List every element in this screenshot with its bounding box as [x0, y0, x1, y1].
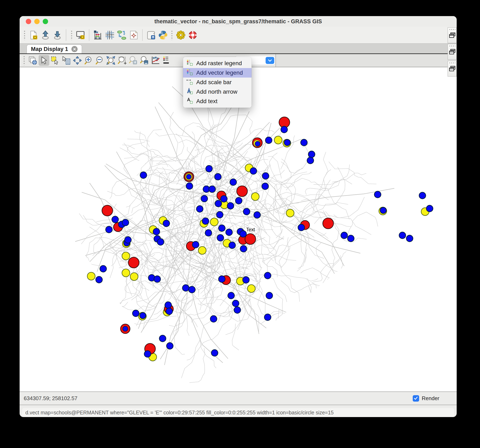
add-overlay-context-menu: Add raster legendAdd vector legendAdd sc… — [183, 57, 252, 108]
school-points — [87, 117, 433, 361]
save-workspace-icon[interactable] — [51, 29, 63, 42]
cascade-windows-icon — [448, 32, 456, 40]
select-features-icon[interactable] — [50, 55, 60, 66]
tab-map-display-1[interactable]: Map Display 1 ✕ — [27, 45, 82, 53]
raster-legend-icon — [186, 59, 193, 67]
zoom-region-icon[interactable] — [117, 55, 127, 66]
vector-legend-icon — [186, 69, 193, 77]
zoom-to-map-icon[interactable] — [139, 55, 150, 66]
map-canvas[interactable]: Text — [20, 67, 457, 392]
panel-grip[interactable] — [449, 45, 455, 47]
georectify-grid-icon[interactable] — [104, 29, 116, 42]
scale-bar-icon — [186, 78, 193, 86]
toolbar-grip[interactable] — [71, 30, 72, 40]
panel-grip[interactable] — [449, 62, 455, 64]
render-label: Render — [422, 395, 439, 402]
menu-item-label: Add vector legend — [196, 70, 243, 76]
raster-tools-icon[interactable] — [92, 29, 104, 42]
panel-grip[interactable] — [449, 29, 455, 30]
menu-item-label: Add scale bar — [196, 79, 232, 86]
window-title: thematic_vector - nc_basic_spm_grass7/th… — [154, 18, 322, 25]
help-icon[interactable] — [187, 29, 199, 42]
analyze-map-icon[interactable] — [150, 55, 161, 66]
python-icon[interactable] — [157, 29, 169, 42]
render-control: Render — [413, 395, 439, 402]
menu-item-label: Add text — [196, 98, 218, 105]
main-toolbar — [20, 27, 457, 43]
menu-item-label: Add north arrow — [196, 89, 237, 95]
render-map-icon[interactable] — [28, 55, 38, 66]
display-tab-bar: Map Display 1 ✕ — [20, 43, 457, 53]
toolbar-grip[interactable] — [171, 30, 173, 40]
toolbar-separator — [142, 29, 143, 41]
open-workspace-icon[interactable] — [39, 29, 51, 42]
coordinates-display: 634307.59; 258102.57 — [24, 395, 78, 402]
pan-icon[interactable] — [72, 55, 83, 66]
toolbar-separator — [89, 29, 89, 41]
zoom-in-icon[interactable] — [83, 55, 94, 66]
grass-gis-window: thematic_vector - nc_basic_spm_grass7/th… — [20, 16, 457, 417]
menu-item-add-north-arrow[interactable]: Add north arrow — [183, 87, 252, 97]
menu-item-add-text[interactable]: Add text — [183, 97, 252, 106]
tab-label: Map Display 1 — [31, 46, 68, 52]
add-overlay-icon[interactable] — [161, 55, 172, 66]
command-bar[interactable]: d.vect map=schools@PERMANENT where="GLEV… — [22, 408, 454, 417]
map-text-annotation: Text — [246, 227, 255, 232]
zoom-extent-icon[interactable] — [106, 55, 116, 66]
run-script-icon[interactable] — [145, 29, 157, 42]
traffic-lights — [26, 19, 48, 24]
minimize-window-button[interactable] — [34, 19, 40, 24]
toolbar-grip[interactable] — [23, 56, 25, 65]
new-map-display-icon[interactable] — [75, 29, 86, 42]
pointer-icon[interactable] — [39, 55, 49, 66]
command-text: d.vect map=schools@PERMANENT where="GLEV… — [25, 410, 334, 416]
window-titlebar[interactable]: thematic_vector - nc_basic_spm_grass7/th… — [20, 16, 457, 27]
new-workspace-icon[interactable] — [28, 29, 39, 42]
chevron-down-icon[interactable] — [266, 57, 274, 64]
map-render: Text — [20, 67, 457, 391]
menu-item-add-vector-legend[interactable]: Add vector legend — [183, 68, 252, 77]
zoom-window-button[interactable] — [43, 19, 48, 24]
menu-item-add-scale-bar[interactable]: Add scale bar — [183, 77, 252, 87]
docked-panel-2[interactable] — [448, 44, 457, 60]
status-bar: 634307.59; 258102.57 Render — [20, 392, 457, 405]
graphical-modeler-icon[interactable] — [116, 29, 128, 42]
toolbar-grip[interactable] — [24, 30, 25, 40]
close-icon[interactable]: ✕ — [71, 46, 78, 52]
cascade-windows-icon — [448, 65, 456, 73]
north-arrow-icon — [186, 88, 193, 96]
query-icon[interactable] — [61, 55, 72, 66]
settings-icon[interactable] — [175, 29, 187, 42]
zoom-out-icon[interactable] — [94, 55, 105, 66]
toolbar-separator — [66, 29, 66, 41]
docked-panel-3[interactable] — [448, 61, 457, 77]
add-text-icon — [186, 97, 193, 105]
cascade-windows-icon — [448, 48, 456, 56]
zoom-back-icon[interactable] — [128, 55, 138, 66]
menu-item-add-raster-legend[interactable]: Add raster legend — [183, 59, 252, 68]
render-checkbox[interactable] — [413, 395, 419, 402]
toolbar-right-zone — [275, 54, 457, 67]
cartographic-composer-icon[interactable] — [128, 29, 140, 42]
menu-item-label: Add raster legend — [196, 60, 242, 67]
docked-panel-1[interactable] — [448, 28, 457, 43]
close-window-button[interactable] — [26, 19, 31, 24]
